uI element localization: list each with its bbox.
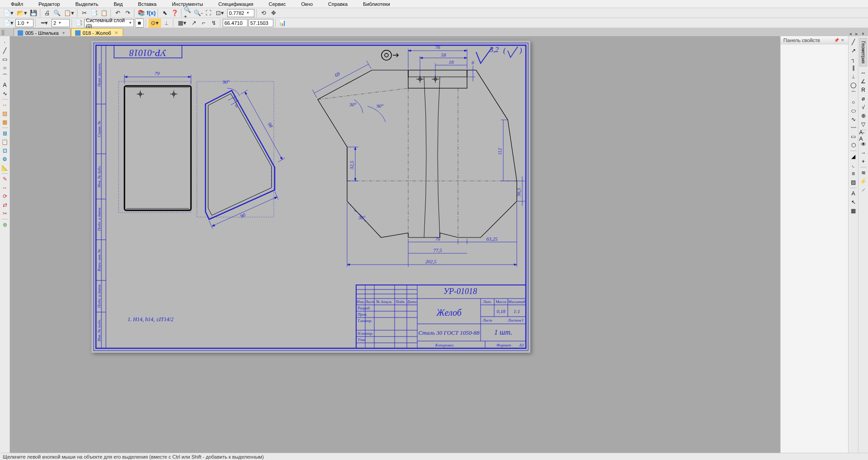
tool-hatch-icon[interactable]: ▨ xyxy=(1,109,9,118)
select-button[interactable]: ⬉ xyxy=(160,9,169,18)
rtool-polyline-icon[interactable]: ┐ xyxy=(849,55,858,63)
paste-button[interactable]: 📋 xyxy=(100,9,109,18)
vars-button[interactable]: f(x) xyxy=(147,9,156,18)
tool-move-icon[interactable]: ↔ xyxy=(1,184,9,192)
menu-file[interactable]: Файл xyxy=(4,0,30,8)
rtool-line-icon[interactable]: ╱ xyxy=(849,38,858,46)
tool-assembly-icon[interactable]: ⊡ xyxy=(1,147,9,155)
layers-button[interactable]: 📑 xyxy=(74,19,83,28)
tool-line-icon[interactable]: ╱ xyxy=(1,47,9,55)
pan-button[interactable]: ✥ xyxy=(269,9,278,18)
undo-button[interactable]: ↶ xyxy=(113,9,122,18)
refresh-button[interactable]: ⟲ xyxy=(259,9,268,18)
rtool-ray-icon[interactable]: ↗ xyxy=(849,47,858,55)
r2-dim-rad-icon[interactable]: R xyxy=(859,86,868,94)
tool-measure-icon[interactable]: 📐 xyxy=(1,164,9,172)
new-button[interactable]: 📄▾ xyxy=(2,9,14,18)
r2-weld-icon[interactable]: ⟋ xyxy=(859,186,868,194)
doc-button[interactable]: 📄▾ xyxy=(2,19,14,28)
tool-rect-icon[interactable]: ▭ xyxy=(1,55,9,63)
tool-edit-icon[interactable]: ✎ xyxy=(1,175,9,183)
osnap-button[interactable]: ⊙▾ xyxy=(148,19,161,28)
r2-dim-ang-icon[interactable]: ∠ xyxy=(859,77,868,85)
menu-service[interactable]: Сервис xyxy=(262,0,293,8)
coord-x-input[interactable] xyxy=(223,19,248,27)
copy-button[interactable]: 📑 xyxy=(90,9,99,18)
snap-button[interactable]: ⌐ xyxy=(199,19,208,28)
grid-button[interactable]: ▦▾ xyxy=(176,19,188,28)
tool-views-icon[interactable]: ⊞ xyxy=(1,129,9,138)
drawing-canvas[interactable]: Перв. примен. Справ. № Подп. и дата Взам… xyxy=(10,36,780,453)
zoom-in-button[interactable]: 🔍+ xyxy=(184,9,193,18)
cut-button[interactable]: ✂ xyxy=(80,9,89,18)
drawing-sheet[interactable]: Перв. примен. Справ. № Подп. и дата Взам… xyxy=(91,41,530,353)
tool-dim-icon[interactable]: ↔ xyxy=(1,101,9,109)
tab-018[interactable]: 018 - Жолоб ✕ xyxy=(71,28,123,37)
rtool-hatch-icon[interactable]: ▨ xyxy=(849,178,858,186)
r2-thread-icon[interactable]: ⚡ xyxy=(859,177,868,185)
menu-spec[interactable]: Спецификация xyxy=(211,0,261,8)
rtool-parallel-icon[interactable]: ∥ xyxy=(849,64,858,72)
r2-surf-icon[interactable]: √ xyxy=(859,103,868,111)
print-opts-button[interactable]: 📋▾ xyxy=(62,9,75,18)
coords-button[interactable]: ↗ xyxy=(189,19,198,28)
tab-005[interactable]: 005 - Шпилька ▾ xyxy=(14,28,71,37)
tabs-grip[interactable] xyxy=(2,30,5,35)
r2-section-icon[interactable]: A-A xyxy=(859,132,868,140)
tool-spline-icon[interactable]: ∿ xyxy=(1,90,9,98)
tool-arc-icon[interactable]: ⌒ xyxy=(1,72,9,81)
rtool-arc-icon[interactable]: ⌒ xyxy=(849,90,858,98)
tab-close-icon[interactable]: ✕ xyxy=(114,30,119,35)
rtool-circle-icon[interactable]: ○ xyxy=(849,98,858,106)
panel-close-icon[interactable]: ✕ xyxy=(840,38,845,43)
r2-dim-dia-icon[interactable]: ⌀ xyxy=(859,95,868,103)
open-button[interactable]: 📂▾ xyxy=(15,9,28,18)
menu-insert[interactable]: Вставка xyxy=(131,0,164,8)
tool-rotate-icon[interactable]: ⟳ xyxy=(1,192,9,200)
rtool-polygon-icon[interactable]: ⬡ xyxy=(849,141,858,149)
tool-point-icon[interactable]: · xyxy=(1,38,9,46)
rtool-leader-icon[interactable]: ↖ xyxy=(849,198,858,206)
redo-button[interactable]: ↷ xyxy=(123,9,132,18)
side-tab-geometry[interactable]: Геометрия xyxy=(859,38,867,66)
tool-circle-icon[interactable]: ○ xyxy=(1,64,9,72)
layer-combo[interactable]: Системный слой (0)▼ xyxy=(84,19,134,27)
rtool-spline-icon[interactable]: ∿ xyxy=(849,115,858,123)
menu-view[interactable]: Вид xyxy=(106,0,130,8)
print-button[interactable]: 🖨 xyxy=(43,9,52,18)
ortho-button[interactable]: ⟂ xyxy=(162,19,171,28)
save-button[interactable]: 💾 xyxy=(29,9,38,18)
tool-text-icon[interactable]: A xyxy=(1,81,9,89)
help-button[interactable]: ❓ xyxy=(170,9,179,18)
rtool-rect-icon[interactable]: ▭ xyxy=(849,133,858,141)
menu-libs[interactable]: Библиотеки xyxy=(356,0,397,8)
tool-params-icon[interactable]: ⚙ xyxy=(1,155,9,163)
scale-combo[interactable]: 1.0▼ xyxy=(15,19,33,27)
rtool-chamfer-icon[interactable]: ◢ xyxy=(849,152,858,161)
tool-spec-icon[interactable]: 📋 xyxy=(1,138,9,146)
r2-datum-icon[interactable]: ▽ xyxy=(859,120,868,128)
preview-button[interactable]: 🔍 xyxy=(52,9,62,18)
rtool-text-icon[interactable]: A xyxy=(849,190,858,198)
library-button[interactable]: 📚 xyxy=(137,9,146,18)
menu-select[interactable]: Выделить xyxy=(68,0,105,8)
r2-view-icon[interactable]: 👁 xyxy=(859,140,868,148)
step-combo[interactable]: 2▼ xyxy=(52,19,70,27)
r2-center-icon[interactable]: + xyxy=(859,157,868,166)
coord-y-input[interactable] xyxy=(248,19,273,27)
tool-mirror-icon[interactable]: ⇄ xyxy=(1,201,9,209)
manage-docs-button[interactable]: 📊 xyxy=(278,19,287,28)
zoom-fit-button[interactable]: ⊡▾ xyxy=(214,9,226,18)
zoom-combo[interactable]: 0.7782▼ xyxy=(227,9,254,17)
rtool-fillet-icon[interactable]: ◟ xyxy=(849,161,858,169)
tab-close-icon[interactable]: ▾ xyxy=(61,30,67,35)
rtool-bezier-icon[interactable]: 〰 xyxy=(849,124,858,132)
tool-table-icon[interactable]: ▦ xyxy=(1,118,9,126)
r2-arrow-icon[interactable]: → xyxy=(859,149,868,157)
tool-holes-icon[interactable]: ⊕ xyxy=(1,221,9,229)
menu-help[interactable]: Справка xyxy=(321,0,355,8)
rtool-perp-icon[interactable]: ⟂ xyxy=(849,72,858,81)
tool-trim-icon[interactable]: ✂ xyxy=(1,209,9,218)
local-cs-button[interactable]: ↯ xyxy=(209,19,218,28)
zoom-out-button[interactable]: 🔍- xyxy=(194,9,203,18)
